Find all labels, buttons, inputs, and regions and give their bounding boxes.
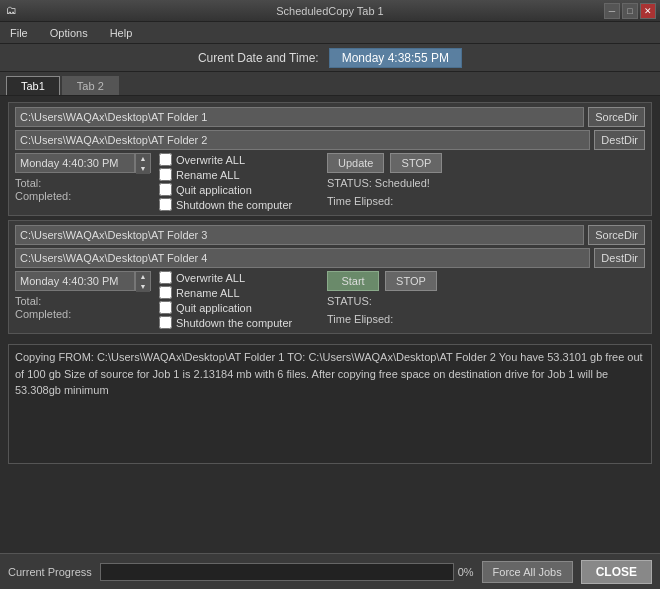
force-all-jobs-button[interactable]: Force All Jobs <box>482 561 573 583</box>
progress-pct: 0% <box>458 566 474 578</box>
job2-shutdown-label: Shutdown the computer <box>176 317 292 329</box>
progress-bar-container <box>100 563 454 581</box>
job1-time-up[interactable]: ▲ <box>136 154 150 164</box>
tab-1[interactable]: Tab1 <box>6 76 60 95</box>
job1-action-col: Update STOP STATUS: Scheduled! Time Elip… <box>327 153 645 211</box>
job1-checkboxes: Overwrite ALL Rename ALL Quit applicatio… <box>159 153 319 211</box>
job1-controls: ▲ ▼ Total: Completed: Overwrite ALL Rena <box>15 153 645 211</box>
job2-start-button[interactable]: Start <box>327 271 379 291</box>
app-icon: 🗂 <box>6 4 20 18</box>
close-button[interactable]: CLOSE <box>581 560 652 584</box>
job1-dest-input[interactable] <box>15 130 590 150</box>
job1-source-input[interactable] <box>15 107 584 127</box>
job1-totals: Total: Completed: <box>15 177 151 203</box>
bottom-bar: Current Progress 0% Force All Jobs CLOSE <box>0 553 660 589</box>
job2-time-up[interactable]: ▲ <box>136 272 150 282</box>
job2-source-row: SorceDir <box>15 225 645 245</box>
job2-time-row: ▲ ▼ <box>15 271 151 291</box>
progress-label: Current Progress <box>8 566 92 578</box>
job1-time-col: ▲ ▼ Total: Completed: <box>15 153 151 211</box>
job1-dest-row: DestDir <box>15 130 645 150</box>
job1-overwrite-label: Overwrite ALL <box>176 154 245 166</box>
job2-rename-label: Rename ALL <box>176 287 240 299</box>
title-bar-controls: ─ □ ✕ <box>604 3 656 19</box>
job2-source-dir-button[interactable]: SorceDir <box>588 225 645 245</box>
job1-completed-label: Completed: <box>15 190 151 202</box>
maximize-button[interactable]: □ <box>622 3 638 19</box>
job2-time-input[interactable] <box>15 271 135 291</box>
job1-total-label: Total: <box>15 177 151 189</box>
menu-help[interactable]: Help <box>106 25 137 41</box>
job2-shutdown-checkbox[interactable] <box>159 316 172 329</box>
job2-dest-input[interactable] <box>15 248 590 268</box>
job2-rename-row: Rename ALL <box>159 286 319 299</box>
job2-overwrite-label: Overwrite ALL <box>176 272 245 284</box>
job1-quit-row: Quit application <box>159 183 319 196</box>
job2-action-btns: Start STOP <box>327 271 645 291</box>
job1-shutdown-label: Shutdown the computer <box>176 199 292 211</box>
job2-rename-checkbox[interactable] <box>159 286 172 299</box>
job2-controls: ▲ ▼ Total: Completed: Overwrite ALL Rena <box>15 271 645 329</box>
job2-shutdown-row: Shutdown the computer <box>159 316 319 329</box>
job2-overwrite-row: Overwrite ALL <box>159 271 319 284</box>
job1-time-elapsed: Time Elipsed: <box>327 195 645 207</box>
job1-shutdown-row: Shutdown the computer <box>159 198 319 211</box>
job1-rename-checkbox[interactable] <box>159 168 172 181</box>
job2-time-spinner: ▲ ▼ <box>135 271 151 291</box>
job2-total-label: Total: <box>15 295 151 307</box>
job2-time-down[interactable]: ▼ <box>136 282 150 292</box>
job1-quit-checkbox[interactable] <box>159 183 172 196</box>
job1-stop-button[interactable]: STOP <box>390 153 442 173</box>
minimize-button[interactable]: ─ <box>604 3 620 19</box>
date-label: Curent Date and Time: <box>198 51 319 65</box>
date-value: Monday 4:38:55 PM <box>329 48 462 68</box>
job1-time-row: ▲ ▼ <box>15 153 151 173</box>
job1-status-col: STATUS: Scheduled! Time Elipsed: <box>327 177 645 207</box>
job1-overwrite-row: Overwrite ALL <box>159 153 319 166</box>
job2-totals: Total: Completed: <box>15 295 151 321</box>
job1-time-input[interactable] <box>15 153 135 173</box>
job1-dest-dir-button[interactable]: DestDir <box>594 130 645 150</box>
job2-action-col: Start STOP STATUS: Time Elipsed: <box>327 271 645 329</box>
menu-bar: File Options Help <box>0 22 660 44</box>
job1-update-button[interactable]: Update <box>327 153 384 173</box>
job2-time-col: ▲ ▼ Total: Completed: <box>15 271 151 329</box>
job2-overwrite-checkbox[interactable] <box>159 271 172 284</box>
job2-quit-row: Quit application <box>159 301 319 314</box>
progress-wrap: 0% <box>100 563 474 581</box>
job2-quit-checkbox[interactable] <box>159 301 172 314</box>
tab-2[interactable]: Tab 2 <box>62 76 119 95</box>
job2-dest-dir-button[interactable]: DestDir <box>594 248 645 268</box>
job1-section: SorceDir DestDir ▲ ▼ Total: Completed: <box>8 102 652 216</box>
job1-source-row: SorceDir <box>15 107 645 127</box>
job2-quit-label: Quit application <box>176 302 252 314</box>
job2-section: SorceDir DestDir ▲ ▼ Total: Completed: <box>8 220 652 334</box>
close-window-button[interactable]: ✕ <box>640 3 656 19</box>
job2-stop-button[interactable]: STOP <box>385 271 437 291</box>
date-bar: Curent Date and Time: Monday 4:38:55 PM <box>0 44 660 72</box>
log-area[interactable]: Copying FROM: C:\Users\WAQAx\Desktop\AT … <box>8 344 652 464</box>
job1-shutdown-checkbox[interactable] <box>159 198 172 211</box>
job2-completed-label: Completed: <box>15 308 151 320</box>
job1-overwrite-checkbox[interactable] <box>159 153 172 166</box>
job1-rename-label: Rename ALL <box>176 169 240 181</box>
menu-file[interactable]: File <box>6 25 32 41</box>
job1-time-spinner: ▲ ▼ <box>135 153 151 173</box>
main-content: SorceDir DestDir ▲ ▼ Total: Completed: <box>0 96 660 340</box>
job1-status-text: STATUS: Scheduled! <box>327 177 645 189</box>
tabs-row: Tab1 Tab 2 <box>0 72 660 96</box>
job1-time-down[interactable]: ▼ <box>136 164 150 174</box>
title-bar: 🗂 ScheduledCopy Tab 1 ─ □ ✕ <box>0 0 660 22</box>
title-bar-text: ScheduledCopy Tab 1 <box>276 5 383 17</box>
job2-status-col: STATUS: Time Elipsed: <box>327 295 645 325</box>
job2-status-text: STATUS: <box>327 295 645 307</box>
menu-options[interactable]: Options <box>46 25 92 41</box>
job2-dest-row: DestDir <box>15 248 645 268</box>
job2-checkboxes: Overwrite ALL Rename ALL Quit applicatio… <box>159 271 319 329</box>
job2-time-elapsed: Time Elipsed: <box>327 313 645 325</box>
job1-source-dir-button[interactable]: SorceDir <box>588 107 645 127</box>
job2-source-input[interactable] <box>15 225 584 245</box>
job1-quit-label: Quit application <box>176 184 252 196</box>
job1-rename-row: Rename ALL <box>159 168 319 181</box>
job1-action-btns: Update STOP <box>327 153 645 173</box>
